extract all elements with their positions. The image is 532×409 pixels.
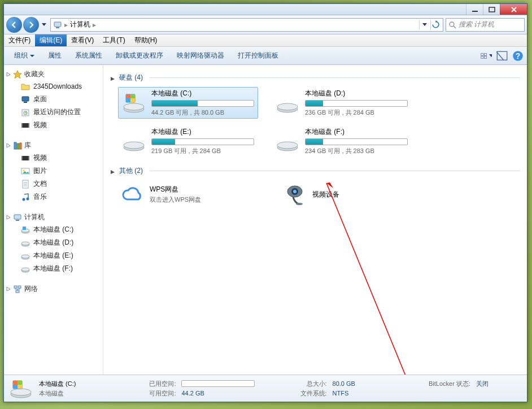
sidebar-group-computer[interactable]: 计算机 — [4, 211, 103, 223]
twisty-icon[interactable] — [5, 215, 11, 220]
svg-point-33 — [23, 198, 25, 201]
nav-forward-button[interactable] — [23, 17, 39, 33]
group-header-other[interactable]: 其他 (2) — [110, 166, 520, 176]
drive-info: 219 GB 可用 , 共 284 GB — [151, 147, 254, 155]
drive-usage-bar — [151, 138, 254, 145]
twisty-icon[interactable] — [5, 143, 11, 149]
svg-rect-21 — [14, 142, 16, 149]
maximize-button[interactable] — [483, 4, 500, 15]
toolbar-control-panel[interactable]: 打开控制面板 — [231, 47, 285, 64]
sidebar-group-favorites[interactable]: 收藏夹 — [4, 68, 103, 80]
desktop-icon — [21, 95, 30, 104]
close-button[interactable] — [500, 4, 527, 15]
svg-rect-26 — [28, 156, 29, 160]
drive-os-icon — [21, 225, 30, 234]
svg-rect-71 — [18, 381, 22, 385]
drive-本地磁盘 (D:)[interactable]: 本地磁盘 (D:)236 GB 可用 , 共 284 GB — [272, 87, 412, 119]
sidebar-item-视频[interactable]: 视频 — [4, 151, 103, 164]
sidebar-item-音乐[interactable]: 音乐 — [4, 190, 103, 203]
menu-工具(T)[interactable]: 工具(T) — [98, 34, 129, 46]
explorer-window: ▸ 计算机 ▸ 搜索 计算机 文件(F)编辑(E)查看(V)工具(T)帮助(H)… — [3, 3, 527, 402]
address-segment-computer[interactable]: 计算机 — [70, 20, 90, 29]
menu-帮助(H)[interactable]: 帮助(H) — [130, 34, 162, 46]
search-box[interactable]: 搜索 计算机 — [446, 18, 525, 32]
toolbar-organize[interactable]: 组织 — [7, 47, 41, 64]
computer-icon — [13, 213, 22, 222]
address-dropdown-icon[interactable] — [419, 20, 429, 30]
sidebar-item-2345Downloads[interactable]: 2345Downloads — [4, 80, 103, 93]
help-icon[interactable]: ? — [512, 50, 524, 62]
sidebar: 收藏夹2345Downloads桌面最近访问的位置视频库视频图片文档音乐计算机本… — [4, 65, 103, 375]
preview-pane-icon[interactable] — [496, 50, 508, 62]
sidebar-item-文档[interactable]: 文档 — [4, 177, 103, 190]
nav-history-dropdown[interactable] — [40, 18, 48, 32]
svg-rect-39 — [23, 227, 26, 230]
view-mode-icon[interactable] — [481, 50, 492, 62]
drive-label: 本地磁盘 (E:) — [151, 127, 254, 137]
status-used-bar — [181, 380, 255, 387]
status-bitlocker-label: BitLocker 状态: — [395, 380, 470, 388]
toolbar-system-properties[interactable]: 系统属性 — [68, 47, 109, 64]
menu-查看(V)[interactable]: 查看(V) — [67, 34, 98, 46]
cloud-icon — [120, 182, 144, 206]
other-label: 视频设备 — [312, 190, 339, 199]
status-bar: 本地磁盘 (C:) 已用空间: 总大小: 80.0 GB BitLocker 状… — [4, 375, 527, 402]
svg-rect-8 — [481, 56, 483, 58]
drive-本地磁盘 (F:)[interactable]: 本地磁盘 (F:)234 GB 可用 , 共 283 GB — [272, 125, 412, 157]
video-icon — [21, 121, 30, 130]
collapse-icon[interactable] — [110, 168, 116, 174]
menu-编辑(E)[interactable]: 编辑(E) — [35, 34, 67, 46]
drive-icon — [122, 129, 146, 153]
document-icon — [21, 180, 30, 189]
svg-point-65 — [296, 203, 303, 205]
sidebar-item-桌面[interactable]: 桌面 — [4, 93, 103, 106]
group-header-drives[interactable]: 硬盘 (4) — [110, 73, 520, 82]
svg-point-28 — [23, 169, 25, 171]
sidebar-item-本地磁盘 (E:)[interactable]: 本地磁盘 (E:) — [4, 249, 103, 262]
sidebar-item-视频[interactable]: 视频 — [4, 119, 103, 132]
sidebar-group-libraries[interactable]: 库 — [4, 140, 103, 151]
address-bar[interactable]: ▸ 计算机 ▸ — [50, 18, 443, 32]
sidebar-item-最近访问的位置[interactable]: 最近访问的位置 — [4, 106, 103, 119]
titlebar — [4, 4, 527, 15]
sidebar-item-本地磁盘 (D:)[interactable]: 本地磁盘 (D:) — [4, 236, 103, 249]
status-free-label: 可用空间: — [115, 389, 176, 398]
twisty-icon[interactable] — [5, 286, 11, 292]
svg-point-61 — [277, 142, 298, 149]
svg-rect-55 — [130, 98, 135, 102]
svg-point-68 — [11, 389, 31, 395]
other-item-WPS网盘[interactable]: WPS网盘双击进入WPS网盘 — [118, 180, 258, 208]
nav-back-button[interactable] — [6, 17, 22, 33]
other-item-视频设备[interactable]: 视频设备 — [281, 180, 421, 208]
toolbar-properties[interactable]: 属性 — [41, 47, 68, 64]
toolbar: 组织 属性 系统属性 卸载或更改程序 映射网络驱动器 打开控制面板 ? — [4, 47, 527, 65]
svg-rect-72 — [13, 385, 18, 389]
sidebar-item-图片[interactable]: 图片 — [4, 164, 103, 177]
sidebar-item-本地磁盘 (F:)[interactable]: 本地磁盘 (F:) — [4, 262, 103, 275]
video-icon — [21, 154, 30, 163]
sidebar-group-network[interactable]: 网络 — [4, 283, 103, 295]
twisty-icon[interactable] — [5, 72, 11, 77]
svg-rect-6 — [481, 53, 483, 55]
svg-rect-36 — [16, 220, 19, 221]
svg-point-57 — [277, 103, 298, 110]
svg-rect-70 — [13, 381, 18, 385]
svg-line-5 — [453, 26, 456, 28]
svg-rect-35 — [14, 215, 21, 219]
sidebar-item-本地磁盘 (C:)[interactable]: 本地磁盘 (C:) — [4, 223, 103, 236]
svg-rect-15 — [24, 102, 27, 103]
svg-rect-48 — [16, 290, 19, 293]
menu-文件(F)[interactable]: 文件(F) — [4, 34, 35, 46]
status-used-label: 已用空间: — [115, 380, 176, 388]
svg-rect-18 — [21, 123, 29, 128]
svg-rect-53 — [130, 94, 135, 98]
minimize-button[interactable] — [466, 4, 483, 15]
drive-本地磁盘 (C:)[interactable]: 本地磁盘 (C:)44.2 GB 可用 , 共 80.0 GB — [118, 87, 258, 119]
collapse-icon[interactable] — [110, 75, 116, 81]
svg-point-34 — [27, 197, 29, 200]
drive-本地磁盘 (E:)[interactable]: 本地磁盘 (E:)219 GB 可用 , 共 284 GB — [118, 125, 258, 157]
svg-rect-7 — [484, 53, 486, 55]
refresh-icon[interactable] — [430, 20, 441, 30]
toolbar-uninstall[interactable]: 卸载或更改程序 — [109, 47, 170, 64]
toolbar-map-drive[interactable]: 映射网络驱动器 — [170, 47, 231, 64]
